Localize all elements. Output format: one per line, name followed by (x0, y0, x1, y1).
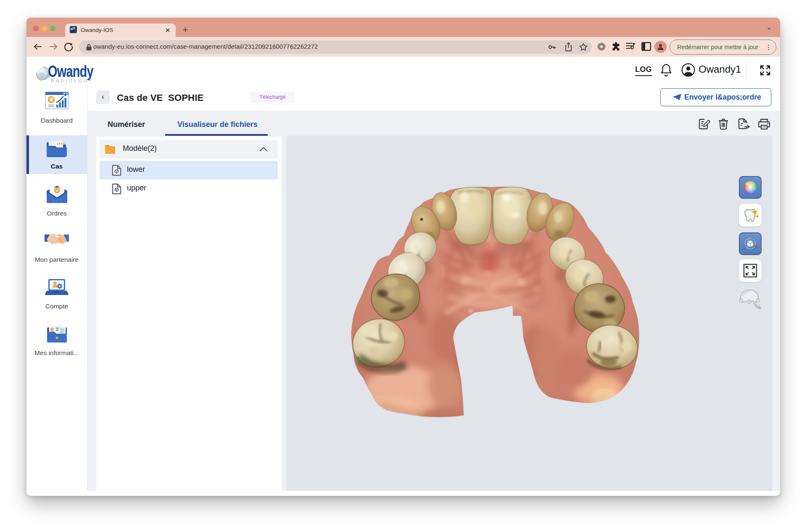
svg-text:Y: Y (89, 78, 92, 83)
svg-text:Owandy: Owandy (48, 62, 94, 80)
svg-text:RADIOLOG: RADIOLOG (51, 78, 89, 83)
